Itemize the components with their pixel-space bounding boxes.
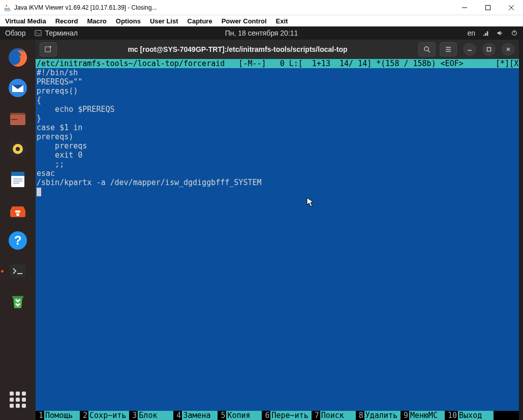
terminal-header: mc [root@SYS-7049GP-TRT]:/etc/initramfs-…: [36, 40, 519, 59]
fkey-label: Выход: [458, 411, 494, 420]
hamburger-button[interactable]: [440, 42, 457, 56]
fkey-num: 5: [218, 411, 226, 420]
minimize-button[interactable]: [453, 0, 476, 15]
new-tab-button[interactable]: [40, 42, 57, 56]
menu-capture[interactable]: Capture: [188, 17, 212, 25]
mc-editor-text: #!/bin/sh PREREQS="" prereqs() { echo $P…: [37, 68, 262, 187]
fkey-label: Поиск: [320, 411, 356, 420]
text-cursor: [37, 188, 41, 196]
window-title: Java iKVM Viewer v1.69.42 [10.17.61.39] …: [14, 4, 453, 11]
menu-options[interactable]: Options: [116, 17, 141, 25]
fkey-label: Копия: [226, 411, 262, 420]
svg-rect-12: [11, 172, 24, 176]
fkey-num: 9: [401, 411, 409, 420]
fkey-8[interactable]: 8Удалить: [356, 411, 401, 420]
fkey-label: Помощь: [44, 411, 80, 420]
fkey-5[interactable]: 5Копия: [218, 411, 262, 420]
mc-status-bar: /etc/initramfs-tools~/local-top/forcerai…: [36, 59, 519, 68]
svg-point-14: [16, 213, 19, 216]
fkey-label: Сохр~ить: [88, 411, 129, 420]
fkey-num: 4: [173, 411, 182, 420]
system-tray[interactable]: en: [467, 29, 518, 37]
dock-files[interactable]: [5, 106, 30, 131]
svg-rect-21: [487, 48, 491, 51]
dock-terminal[interactable]: [5, 258, 30, 284]
fkey-6[interactable]: 6Пере~ить: [262, 411, 311, 420]
fkey-num: 8: [356, 411, 364, 420]
dock-help[interactable]: ?: [5, 228, 30, 253]
dock-trash[interactable]: [5, 289, 30, 314]
network-icon: [482, 29, 489, 37]
fkey-label: МенюMC: [409, 411, 445, 420]
fkey-num: 3: [129, 411, 138, 420]
svg-point-20: [424, 47, 428, 51]
fkey-2[interactable]: 2Сохр~ить: [80, 411, 129, 420]
close-button[interactable]: [500, 0, 523, 15]
maximize-button[interactable]: [476, 0, 500, 15]
search-button[interactable]: [418, 42, 436, 56]
fkey-label: Пере~ить: [270, 411, 311, 420]
menu-exit[interactable]: Exit: [276, 17, 288, 25]
java-menu-bar: Virtual Media Record Macro Options User …: [0, 15, 523, 26]
menu-record[interactable]: Record: [55, 17, 78, 25]
dock-rhythmbox[interactable]: [5, 136, 30, 162]
remote-desktop: Обзор Терминал Пн, 18 сентября 20:11 en …: [0, 26, 523, 420]
windows-titlebar: Java iKVM Viewer v1.69.42 [10.17.61.39] …: [0, 0, 523, 15]
terminal-title: mc [root@SYS-7049GP-TRT]:/etc/initramfs-…: [61, 45, 414, 53]
dock-writer[interactable]: [5, 167, 30, 192]
menu-virtual-media[interactable]: Virtual Media: [5, 17, 46, 25]
ubuntu-dock: ?: [0, 40, 36, 420]
window-minimize-button[interactable]: [463, 43, 476, 56]
menu-power-control[interactable]: Power Control: [222, 17, 267, 25]
app-menu[interactable]: Терминал: [35, 29, 77, 37]
menu-user-list[interactable]: User List: [150, 17, 178, 25]
svg-rect-13: [15, 211, 20, 213]
mc-editor-content[interactable]: #!/bin/sh PREREQS="" prereqs() { echo $P…: [36, 68, 519, 411]
fkey-num: 7: [312, 411, 320, 420]
dock-firefox[interactable]: [5, 45, 30, 70]
fkey-label: Удалить: [364, 411, 401, 420]
window-close-button[interactable]: [502, 43, 515, 56]
svg-rect-0: [486, 5, 490, 10]
svg-rect-17: [10, 264, 25, 278]
fkey-num: 1: [36, 411, 44, 420]
svg-rect-7: [11, 119, 17, 120]
power-icon: [511, 29, 518, 37]
activities-button[interactable]: Обзор: [5, 29, 25, 37]
fkey-7[interactable]: 7Поиск: [312, 411, 356, 420]
svg-rect-19: [45, 47, 50, 52]
svg-rect-1: [35, 31, 41, 36]
fkey-label: Замена: [182, 411, 218, 420]
show-apps-button[interactable]: [8, 389, 28, 410]
dock-thunderbird[interactable]: [5, 75, 30, 101]
fkey-3[interactable]: 3Блок: [129, 411, 173, 420]
svg-text:?: ?: [14, 233, 22, 247]
svg-point-10: [16, 147, 20, 151]
svg-rect-18: [12, 296, 23, 298]
fkey-num: 10: [445, 411, 458, 420]
input-lang[interactable]: en: [467, 29, 475, 37]
volume-icon: [497, 29, 504, 37]
fkey-1[interactable]: 1Помощь: [36, 411, 80, 420]
dock-software[interactable]: [5, 197, 30, 223]
window-maximize-button[interactable]: [482, 43, 496, 56]
fkey-9[interactable]: 9МенюMC: [401, 411, 445, 420]
java-icon: [3, 4, 11, 12]
app-menu-label: Терминал: [45, 29, 77, 37]
fkey-num: 6: [262, 411, 270, 420]
fkey-4[interactable]: 4Замена: [173, 411, 218, 420]
fkey-num: 2: [80, 411, 88, 420]
datetime[interactable]: Пн, 18 сентября 20:11: [225, 29, 298, 37]
fkey-label: Блок: [138, 411, 173, 420]
mc-function-keys: 1Помощь2Сохр~ить3Блок4Замена5Копия6Пере~…: [36, 411, 519, 420]
fkey-10[interactable]: 10Выход: [445, 411, 494, 420]
terminal-icon: [35, 29, 42, 37]
gnome-top-bar: Обзор Терминал Пн, 18 сентября 20:11 en: [0, 26, 523, 40]
menu-macro[interactable]: Macro: [87, 17, 106, 25]
terminal-window: mc [root@SYS-7049GP-TRT]:/etc/initramfs-…: [36, 40, 519, 420]
